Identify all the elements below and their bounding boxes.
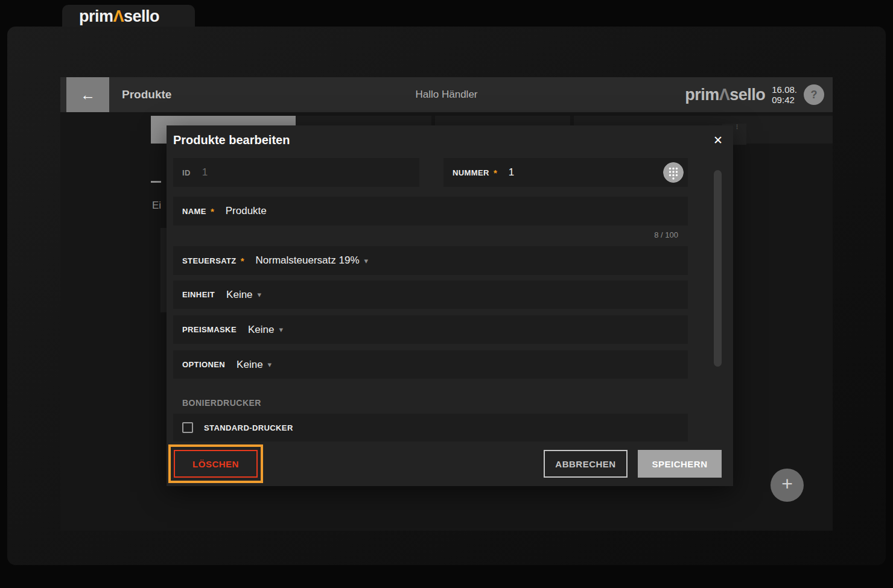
chevron-down-icon: ▾	[364, 256, 369, 265]
preismaske-dropdown[interactable]: PREISMASKE Keine ▾	[173, 315, 688, 344]
preismaske-label: PREISMASKE	[182, 325, 237, 334]
date-text: 16.08.	[772, 84, 797, 95]
modal-title: Produkte bearbeiten	[173, 133, 290, 147]
name-label: NAME	[182, 207, 206, 216]
steuersatz-dropdown[interactable]: STEUERSATZ * Normalsteuersatz 19% ▾	[173, 246, 688, 275]
standard-drucker-label: STANDARD-DRUCKER	[204, 423, 293, 432]
optionen-value: Keine	[237, 359, 262, 371]
logo-lambda-icon: Λ	[113, 7, 124, 25]
nummer-label: NUMMER	[453, 168, 489, 177]
required-asterisk: *	[241, 256, 244, 266]
chevron-down-icon: ▾	[268, 360, 272, 369]
bonierdrucker-section-label: BONIERDRUCKER	[182, 398, 261, 408]
add-button[interactable]: +	[771, 469, 804, 502]
einheit-dropdown[interactable]: EINHEIT Keine ▾	[173, 280, 688, 309]
chevron-down-icon: ▾	[279, 325, 283, 334]
standard-drucker-row[interactable]: STANDARD-DRUCKER	[173, 414, 688, 441]
optionen-dropdown[interactable]: OPTIONEN Keine ▾	[173, 350, 688, 379]
back-button[interactable]: ←	[66, 77, 109, 112]
time-text: 09:42	[772, 95, 797, 105]
required-asterisk: *	[211, 206, 214, 217]
id-value: 1	[202, 166, 208, 179]
app-logo-tab: primΛsello	[62, 5, 195, 28]
cancel-button[interactable]: ABBRECHEN	[544, 450, 628, 478]
einheit-value: Keine	[226, 289, 252, 301]
save-button[interactable]: SPEICHERN	[638, 450, 722, 478]
name-char-counter: 8 / 100	[654, 230, 678, 239]
primasello-header-logo: primΛsello	[685, 86, 765, 104]
background-tab-underline	[151, 181, 161, 183]
app-header: ← Produkte Hallo Händler primΛsello 16.0…	[60, 77, 833, 112]
logo-lambda-icon: Λ	[719, 86, 730, 104]
id-field: ID 1	[173, 158, 419, 187]
chevron-down-icon: ▾	[258, 290, 262, 299]
nummer-field[interactable]: NUMMER * 1	[443, 158, 688, 187]
name-value: Produkte	[226, 205, 267, 217]
logo-text-post: sello	[729, 86, 765, 104]
greeting-text: Hallo Händler	[416, 77, 478, 112]
background-partial-label: Ei	[152, 200, 161, 212]
back-arrow-icon: ←	[80, 86, 95, 104]
numpad-icon[interactable]	[663, 162, 684, 183]
primasello-logo: primΛsello	[79, 7, 159, 26]
id-label: ID	[182, 168, 191, 177]
standard-drucker-checkbox[interactable]	[182, 422, 193, 433]
dots-icon: ⋮	[734, 124, 740, 130]
steuersatz-value: Normalsteuersatz 19%	[256, 254, 360, 267]
einheit-label: EINHEIT	[182, 290, 215, 299]
preismaske-value: Keine	[248, 324, 274, 336]
optionen-label: OPTIONEN	[182, 360, 225, 369]
help-button[interactable]: ?	[804, 84, 824, 105]
question-mark-icon: ?	[811, 89, 818, 101]
required-asterisk: *	[494, 168, 497, 178]
logo-text-pre: prim	[79, 7, 113, 25]
nummer-value: 1	[509, 166, 514, 179]
datetime-display: 16.08. 09:42	[772, 84, 797, 105]
page-title: Produkte	[122, 77, 171, 112]
plus-icon: +	[781, 473, 793, 495]
edit-product-modal: Produkte bearbeiten ✕ ID 1 NUMMER * 1 NA…	[167, 125, 733, 486]
header-right-group: primΛsello 16.08. 09:42 ?	[685, 77, 824, 112]
steuersatz-label: STEUERSATZ	[182, 256, 237, 265]
logo-text-post: sello	[124, 7, 159, 25]
close-icon[interactable]: ✕	[713, 133, 723, 147]
modal-scrollbar[interactable]	[714, 170, 722, 367]
delete-button[interactable]: LÖSCHEN	[174, 450, 258, 478]
logo-text-pre: prim	[685, 86, 719, 104]
name-field[interactable]: NAME * Produkte	[173, 197, 688, 226]
